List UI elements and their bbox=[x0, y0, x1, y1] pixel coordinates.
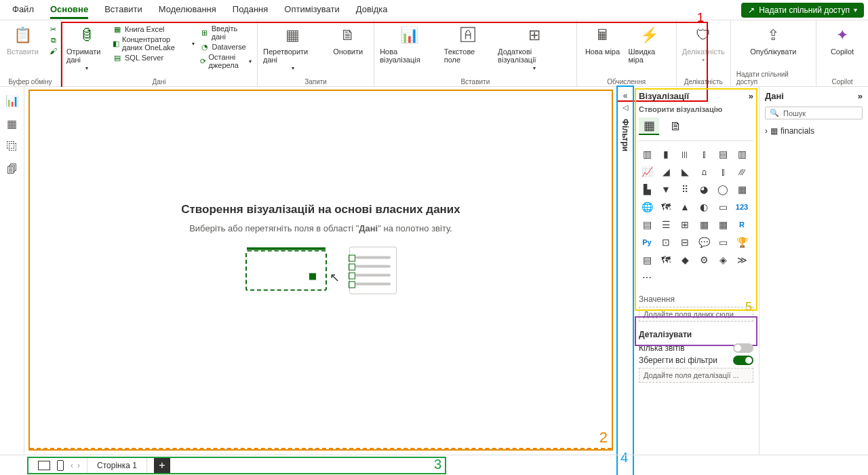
viz-card[interactable]: ▭ bbox=[715, 200, 731, 214]
viz-area[interactable]: ◢ bbox=[658, 164, 674, 179]
viz-r[interactable]: R bbox=[734, 217, 750, 232]
transform-data-button[interactable]: ▦ Перетворити дані▾ bbox=[263, 24, 322, 71]
tab-view[interactable]: Подання bbox=[233, 1, 269, 19]
next-page-button[interactable]: › bbox=[77, 461, 80, 470]
drillthrough-dropzone[interactable]: Додайте поля деталізації ... bbox=[639, 368, 753, 383]
filters-pane-collapsed[interactable]: 4 « ◁ Фільтри bbox=[617, 87, 633, 455]
text-box-icon: 🄰 bbox=[457, 24, 479, 46]
fields-search[interactable]: 🔍Пошук bbox=[765, 107, 863, 119]
quick-measure-icon: ⚡ bbox=[639, 24, 660, 46]
sql-button[interactable]: ▤SQL Server bbox=[113, 53, 195, 62]
report-canvas[interactable]: 2 Створення візуалізацій на основі власн… bbox=[24, 87, 617, 455]
viz-stacked-area[interactable]: ◣ bbox=[677, 164, 693, 179]
tab-help[interactable]: Довідка bbox=[356, 1, 388, 19]
viz-key-influencers[interactable]: ⊡ bbox=[658, 235, 674, 250]
new-measure-button[interactable]: 🖩Нова міра bbox=[583, 24, 623, 56]
viz-100-column[interactable]: ▥ bbox=[734, 147, 750, 162]
prev-page-button[interactable]: ‹ bbox=[71, 461, 73, 470]
tab-model[interactable]: Моделювання bbox=[159, 1, 216, 19]
copy-button[interactable]: ⧉ bbox=[49, 35, 58, 45]
viz-goals[interactable]: 🏆 bbox=[734, 235, 750, 250]
viz-table2[interactable]: ▦ bbox=[715, 217, 731, 232]
viz-map[interactable]: 🌐 bbox=[639, 200, 655, 214]
viz-matrix[interactable]: ▦ bbox=[696, 217, 712, 232]
tab-file[interactable]: Файл bbox=[12, 1, 34, 19]
tab-optimize[interactable]: Оптимізувати bbox=[284, 1, 339, 19]
expand-filters-icon[interactable]: « bbox=[623, 91, 628, 100]
viz-filled-map[interactable]: 🗺 bbox=[658, 200, 674, 214]
viz-scatter[interactable]: ⠿ bbox=[677, 182, 693, 197]
tab-insert[interactable]: Вставити bbox=[104, 1, 142, 19]
viz-donut[interactable]: ◯ bbox=[715, 182, 731, 197]
share-button[interactable]: ↗ Надати спільний доступ ▾ bbox=[741, 3, 864, 18]
viz-line-clustered[interactable]: ⫿ bbox=[715, 164, 731, 179]
excel-button[interactable]: ▦Книга Excel bbox=[113, 24, 195, 34]
viz-gauge[interactable]: ◐ bbox=[696, 200, 712, 214]
text-box-button[interactable]: 🄰Текстове поле bbox=[444, 24, 492, 64]
viz-decomposition[interactable]: ⊟ bbox=[677, 235, 693, 250]
viz-clustered-bar[interactable]: ⫼ bbox=[677, 147, 693, 162]
collapse-data-icon[interactable]: » bbox=[858, 91, 863, 101]
dax-view-button[interactable]: 🗐 bbox=[5, 163, 19, 176]
viz-stacked-bar[interactable]: ▥ bbox=[639, 147, 655, 162]
viz-narrative[interactable]: ▭ bbox=[715, 235, 731, 250]
viz-more1[interactable]: ◈ bbox=[715, 252, 731, 267]
viz-paginated[interactable]: ▤ bbox=[639, 252, 655, 267]
paste-button[interactable]: 📋 Вставити bbox=[3, 24, 43, 56]
group-sensitivity: Делікатність bbox=[684, 78, 723, 86]
viz-line-stacked[interactable]: ⩍ bbox=[696, 164, 712, 179]
mobile-layout-button[interactable] bbox=[57, 460, 64, 471]
recent-sources-button[interactable]: ⟳Останні джерела ▾ bbox=[200, 53, 252, 69]
collapse-viz-icon[interactable]: » bbox=[749, 91, 753, 101]
quick-measure-button[interactable]: ⚡Швидка міра bbox=[629, 24, 671, 64]
publish-button[interactable]: ⇪Опублікувати bbox=[750, 24, 796, 56]
tab-home[interactable]: Основне bbox=[50, 1, 88, 19]
viz-kpi[interactable]: 123 bbox=[734, 200, 750, 214]
cut-button[interactable]: ✂ bbox=[49, 24, 58, 34]
get-data-button[interactable]: 🛢 Отримати дані▾ bbox=[66, 24, 107, 71]
viz-powerapps[interactable]: ◆ bbox=[677, 252, 693, 267]
group-insert: Вставити bbox=[460, 78, 490, 86]
cross-report-toggle[interactable] bbox=[733, 343, 753, 353]
page-tab-1[interactable]: Сторінка 1 bbox=[87, 457, 147, 474]
format-painter-button[interactable]: 🖌 bbox=[49, 46, 58, 56]
viz-ribbon[interactable]: ⫻ bbox=[734, 164, 750, 179]
viz-table[interactable]: ⊞ bbox=[677, 217, 693, 232]
viz-clustered-column[interactable]: ⫿ bbox=[696, 147, 712, 162]
viz-funnel[interactable]: ▼ bbox=[658, 182, 674, 197]
table-view-button[interactable]: ▦ bbox=[5, 117, 19, 130]
desktop-layout-button[interactable] bbox=[38, 461, 50, 470]
copilot-button[interactable]: ✦Copilot bbox=[822, 24, 863, 56]
viz-treemap[interactable]: ▦ bbox=[734, 182, 750, 197]
table-financials[interactable]: ›▦financials bbox=[765, 125, 863, 137]
viz-multi-card[interactable]: ▤ bbox=[639, 217, 655, 232]
add-page-button[interactable]: + bbox=[154, 457, 170, 474]
more-visuals-button[interactable]: ⊞Додаткові візуалізації▾ bbox=[498, 24, 570, 71]
viz-python[interactable]: Py bbox=[639, 235, 655, 250]
viz-line[interactable]: 📈 bbox=[639, 164, 655, 179]
viz-pie[interactable]: ◕ bbox=[696, 182, 712, 197]
viz-qna[interactable]: 💬 bbox=[696, 235, 712, 250]
enter-data-button[interactable]: ⊞Введіть дані bbox=[200, 24, 252, 41]
viz-slicer[interactable]: ☰ bbox=[658, 217, 674, 232]
viz-100-bar[interactable]: ▤ bbox=[715, 147, 731, 162]
onelake-button[interactable]: ◧Концентратор даних OneLake ▾ bbox=[113, 35, 195, 52]
dataverse-button[interactable]: ◔Dataverse bbox=[200, 42, 252, 52]
model-view-button[interactable]: ⿻ bbox=[5, 140, 19, 153]
viz-arcgis[interactable]: 🗺 bbox=[658, 252, 674, 267]
values-dropzone[interactable]: Додайте поля даних сюди bbox=[639, 307, 753, 322]
sensitivity-button[interactable]: 🛡Делікатність▾ bbox=[682, 24, 725, 63]
viz-azure-map[interactable]: ▲ bbox=[677, 200, 693, 214]
report-view-button[interactable]: 📊 bbox=[5, 94, 19, 107]
refresh-button[interactable]: 🗎 Оновити bbox=[328, 24, 368, 56]
group-clipboard: Буфер обміну bbox=[8, 78, 52, 86]
build-visual-tab[interactable]: ▦ bbox=[639, 117, 659, 135]
viz-stacked-column[interactable]: ▮ bbox=[658, 147, 674, 162]
viz-more-ellipsis[interactable]: ⋯ bbox=[639, 270, 655, 285]
format-visual-tab[interactable]: 🗎 bbox=[666, 117, 686, 135]
viz-more2[interactable]: ≫ bbox=[734, 252, 750, 267]
keep-filters-toggle[interactable] bbox=[733, 356, 753, 365]
viz-automate[interactable]: ⚙ bbox=[696, 252, 712, 267]
viz-waterfall[interactable]: ▙ bbox=[639, 182, 655, 197]
new-visual-button[interactable]: 📊Нова візуалізація bbox=[380, 24, 439, 64]
